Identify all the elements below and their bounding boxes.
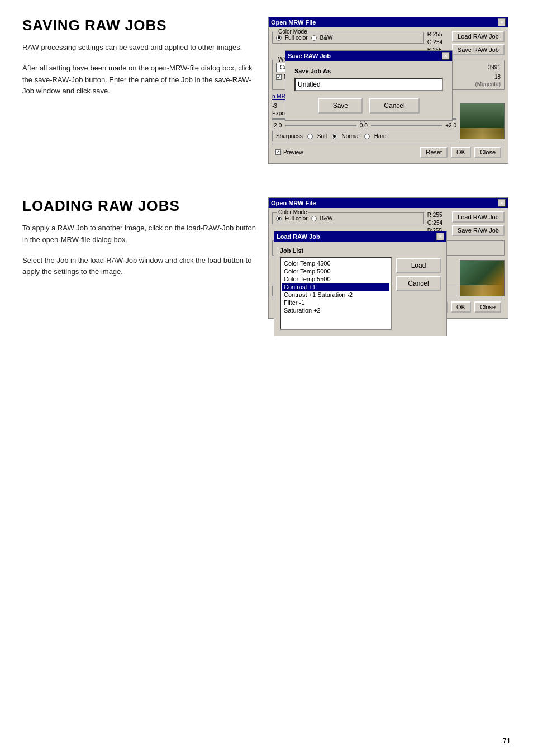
soft-radio-top[interactable] [307,134,313,139]
saving-section-text: SAVING RAW JOBS RAW processing settings … [22,17,257,164]
load-raw-titlebar: Load RAW Job × [274,231,446,242]
load-raw-content: Job List Color Temp 4500 Color Temp 5000… [274,242,446,336]
loading-para1: To apply a RAW Job to another image, cli… [22,223,257,246]
open-mrw-close-bottom[interactable]: × [498,199,506,207]
open-mrw-title-bottom: Open MRW File [271,200,316,206]
close-btn-top[interactable]: Close [474,147,501,158]
contrast-track[interactable] [285,125,356,126]
save-btn[interactable]: Save [318,98,363,114]
full-color-label-bottom: Full color [285,215,308,221]
bw-label-bottom: B&W [320,215,333,221]
list-item[interactable]: Contrast +1 Saturation -2 [282,291,389,299]
normal-radio-top[interactable] [332,134,337,139]
saving-para2: After all setting have been made on the … [22,63,257,97]
bw-label: B&W [320,35,333,41]
preview-checkbox-top[interactable] [275,149,281,155]
mrw-left-top: Color Mode Full color B&W [272,31,424,44]
color-mode-label-bottom: Color Mode [277,209,308,215]
bottom-right-container: Open MRW File × Color Mode Full color [268,197,508,319]
contrast-max: +2.0 [445,122,456,129]
full-color-label: Full color [285,35,308,41]
job-list-label: Job List [280,247,392,254]
load-raw-job-dialog: Load RAW Job × Job List Color Temp 4500 … [274,231,447,336]
color-radio-row-bottom: Full color B&W [276,215,420,221]
load-raw-title: Load RAW Job [277,233,320,240]
top-section: SAVING RAW JOBS RAW processing settings … [22,17,511,164]
bw-radio-bottom[interactable] [311,216,317,221]
sharpness-group-top: Sharpness Soft Normal Hard [272,131,456,141]
save-raw-job-btn-bottom[interactable]: Save RAW Job [452,225,505,236]
load-raw-close[interactable]: × [436,233,444,240]
mrw-left-bottom: Color Mode Full color B&W [272,211,424,224]
contrast-row-top: -2.0 0.0 +2.0 [272,122,456,129]
load-cancel-btn[interactable]: Cancel [396,276,441,291]
footer-btns-top: Reset OK Close [420,147,501,158]
reset-btn-top[interactable]: Reset [420,147,448,158]
mrw-right-bottom: Load RAW Job Save RAW Job [452,211,505,236]
loading-para2: Select the Job in the load-RAW-Job windo… [22,255,257,278]
save-cancel-btn[interactable]: Cancel [369,98,419,114]
contrast-track2[interactable] [371,125,442,126]
full-color-radio-row: Full color B&W [276,35,420,41]
load-raw-buttons: Load Cancel [396,247,441,330]
list-item[interactable]: Filter -1 [282,299,389,306]
load-raw-job-btn-top[interactable]: Load RAW Job [452,31,505,42]
list-item[interactable]: Color Temp 5500 [282,275,389,283]
soft-label-top: Soft [317,133,327,139]
ok-btn-bottom[interactable]: OK [451,301,471,313]
expo-min: -3 [272,103,277,109]
save-raw-job-dialog: Save RAW Job × Save Job As Save Cancel [285,50,453,121]
g-val: G:254 [427,39,449,46]
preview-check-top: Preview [275,149,303,155]
load-raw-left: Job List Color Temp 4500 Color Temp 5000… [280,247,392,330]
full-color-radio[interactable] [276,35,282,41]
close-btn-bottom[interactable]: Close [474,301,501,313]
open-mrw-titlebar-bottom: Open MRW File × [269,198,508,208]
ok-btn-top[interactable]: OK [451,147,471,158]
mrw-image-bottom [460,260,505,296]
value-18: 18 [494,74,501,80]
open-mrw-close-top[interactable]: × [498,18,506,26]
save-raw-body: Save Job As Save Cancel [285,61,452,120]
list-item[interactable]: Saturation +2 [282,306,389,314]
hard-label-top: Hard [374,133,387,139]
color-mode-group: Color Mode Full color B&W [272,32,424,44]
preview-label-top: Preview [283,149,303,155]
r-val: R:255 [427,31,449,39]
save-raw-close[interactable]: × [442,52,450,60]
save-job-as-label: Save Job As [294,68,443,74]
sharp-label-top: Sharpness [276,133,303,139]
color-mode-label: Color Mode [277,29,308,35]
page-content: SAVING RAW JOBS RAW processing settings … [22,17,511,319]
save-raw-job-btn-top[interactable]: Save RAW Job [452,44,505,55]
footer-bar-top: Preview Reset OK Close [272,144,505,160]
page-number: 71 [503,736,511,745]
hard-radio-top[interactable] [364,134,370,139]
job-list-box: Color Temp 4500 Color Temp 5000 Color Te… [280,257,392,330]
open-mrw-title-top: Open MRW File [271,19,316,26]
save-raw-title: Save RAW Job [288,53,331,59]
mrw-right-top: Load RAW Job Save RAW Job [452,31,505,55]
color-mode-group-bottom: Color Mode Full color B&W [272,212,424,224]
manual-checkbox-top[interactable] [276,74,282,80]
contrast-zero: 0.0 [360,122,368,129]
contrast-min: -2.0 [272,122,282,129]
list-item[interactable]: Color Temp 5000 [282,267,389,275]
save-raw-inner: Save RAW Job × Save Job As Save Cancel [285,50,453,121]
load-raw-job-btn-bottom[interactable]: Load RAW Job [452,211,505,223]
list-item-selected[interactable]: Contrast +1 [282,283,389,291]
save-raw-titlebar: Save RAW Job × [285,51,452,61]
load-btn[interactable]: Load [396,258,441,273]
load-raw-inner: Load RAW Job × Job List Color Temp 4500 … [274,231,447,336]
save-dialog-buttons: Save Cancel [294,98,443,114]
g-val-b: G:254 [427,219,449,227]
save-job-input[interactable] [294,78,443,91]
full-color-radio-bottom[interactable] [276,216,282,221]
list-item[interactable]: Color Temp 4500 [282,259,389,267]
mrw-image-top [460,103,505,139]
open-mrw-titlebar-top: Open MRW File × [269,17,508,27]
top-right-container: Open MRW File × Color Mode Full color [268,17,508,164]
normal-label-top: Normal [342,133,360,139]
bottom-section: LOADING RAW JOBS To apply a RAW Job to a… [22,197,511,319]
bw-radio[interactable] [311,35,317,41]
